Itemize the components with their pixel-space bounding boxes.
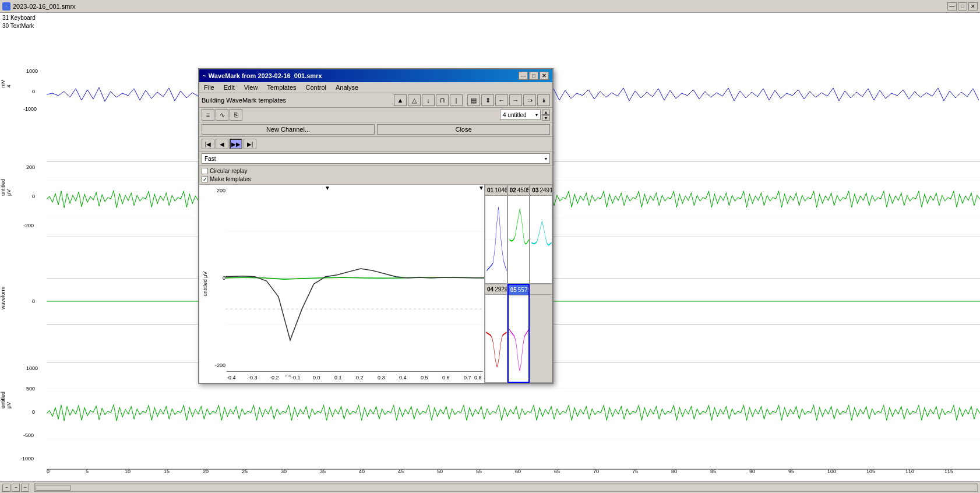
waveform-yaxis-label: untitled μV [202,272,208,297]
new-channel-button[interactable]: New Channel... [202,124,375,135]
template-canvas-04 [485,295,507,382]
template-grid: 01 10462/10463 ⇒ ⬒ 📋 [485,185,552,383]
template-cell-02: 02 4505/4505 ⇒ ⬒ 📋 [507,185,530,284]
scroll-icon-1: ~ [2,484,10,492]
play-back[interactable]: ◀ [216,139,228,149]
toolbar-btn-copy[interactable]: ⎘ [230,109,242,121]
play-play[interactable]: ▶▶ [230,139,242,149]
main-area: 31 Keyboard 30 TextMark 1000 0 -1000 mV … [0,13,980,493]
waveform-canvas [225,185,484,371]
toolbar-btn-down[interactable]: ↓ [422,94,435,106]
time-labels: 0 5 10 15 20 25 30 35 40 45 50 55 60 65 … [47,469,980,480]
toolbar-btn-left[interactable]: ← [495,94,508,106]
menu-control[interactable]: Control [301,83,331,91]
template-canvas-01 [485,196,507,283]
svg-text:-0.4: -0.4 [227,375,236,381]
menu-templates[interactable]: Templates [262,83,301,91]
circular-replay-row: Circular replay [202,168,550,174]
toolbar-btn-up2[interactable]: △ [408,94,421,106]
menu-analyse[interactable]: Analyse [331,83,363,91]
dialog-close[interactable]: ✕ [540,72,549,80]
top-labels: 31 Keyboard 30 TextMark [0,13,38,31]
close-dialog-button[interactable]: Close [377,124,550,135]
speed-dropdown[interactable]: Fast ▾ [202,153,550,164]
app-icon: ~ [2,2,10,10]
toolbar-label: Building WaveMark templates [202,97,393,104]
dialog-maximize[interactable]: □ [529,72,538,80]
dialog-menubar: File Edit View Templates Control Analyse [199,82,552,93]
dialog-icon: ~ [203,73,206,79]
main-title: 2023-02-16_001.smrx [13,3,947,10]
waveform-xaxis: -0.4 -0.3 -0.2 -0.1 0.0 0.1 0.2 0.3 0.4 … [225,371,484,383]
circular-replay-checkbox[interactable] [202,168,208,174]
toolbar-btn-last[interactable]: ↡ [537,94,550,106]
toolbar-btn-lines[interactable]: ≡ [202,109,214,121]
svg-text:-0.2: -0.2 [270,375,279,381]
scroll-area: ~ ~ ↔ [0,481,980,493]
titlebar-controls: — □ ✕ [947,2,978,10]
svg-text:0.8: 0.8 [474,375,482,381]
menu-view[interactable]: View [239,83,263,91]
svg-text:0.0: 0.0 [313,375,320,381]
toolbar-btn-grid[interactable]: ▤ [467,94,480,106]
template-header-04: 04 2929/2929 ⇒ ⬒ 📋 [485,284,507,295]
dropdown-spinner[interactable]: ▲ ▼ [542,110,550,121]
template-canvas-05 [509,295,529,382]
maximize-btn[interactable]: □ [958,2,967,10]
waveform-dropdown-arrow: ▼ [325,185,330,191]
svg-text:0.5: 0.5 [421,375,428,381]
template-header-03: 03 2491/2491 ⇒ ⬒ 📋 [530,185,552,196]
dialog-minimize[interactable]: — [519,72,528,80]
menu-file[interactable]: File [199,83,219,91]
dropdown-arrow: ▾ [535,112,538,118]
wavemark-dialog: ~ WaveMark from 2023-02-16_001.smrx — □ … [198,68,554,384]
svg-text:0.6: 0.6 [442,375,450,381]
template-header-05: 05 5579/5579 ⇒ ⬒ 📋 [509,285,529,295]
waveform-right-arrow: ▼ [478,185,484,191]
scroll-icon-3: ↔ [21,484,29,492]
make-templates-checkbox[interactable] [202,176,208,182]
menu-edit[interactable]: Edit [219,83,239,91]
svg-text:ms: ms [285,373,291,378]
waveform-panel: 200 0 -200 untitled μV [199,185,485,383]
label-textmark: 30 TextMark [2,22,36,30]
toolbar-btn-arrows[interactable]: ⇕ [481,94,494,106]
template-canvas-03 [530,196,552,283]
toolbar-btn-wv[interactable]: ∿ [216,109,228,121]
dialog-titlebar: ~ WaveMark from 2023-02-16_001.smrx — □ … [199,69,552,82]
template-cell-04: 04 2929/2929 ⇒ ⬒ 📋 [485,284,507,383]
svg-text:-0.3: -0.3 [248,375,258,381]
toolbar-btn-cursor[interactable]: | [450,94,463,106]
channel-dropdown[interactable]: 4 untitled ▾ [500,110,541,120]
main-titlebar: ~ 2023-02-16_001.smrx — □ ✕ [0,0,980,13]
template-header-01: 01 10462/10463 ⇒ ⬒ 📋 [485,185,507,196]
template-cell-06 [530,284,552,383]
toolbar-btn-up[interactable]: ▲ [394,94,407,106]
close-btn-main[interactable]: ✕ [968,2,978,10]
play-fast-fwd[interactable]: ▶| [244,139,256,149]
horizontal-scrollbar[interactable] [34,484,978,492]
dialog-title: WaveMark from 2023-02-16_001.smrx [209,72,519,79]
dialog-toolbar-2: ≡ ∿ ⎘ 4 untitled ▾ ▲ ▼ [199,108,552,122]
dialog-titlebar-controls: — □ ✕ [519,72,549,80]
speed-row: Fast ▾ [199,152,552,166]
template-cell-03: 03 2491/2491 ⇒ ⬒ 📋 [530,185,552,284]
svg-text:0.7: 0.7 [464,375,471,381]
svg-text:0.2: 0.2 [356,375,364,381]
dialog-toolbar: Building WaveMark templates ▲ △ ↓ ⊓ | ▤ … [199,93,552,108]
svg-text:0.3: 0.3 [378,375,385,381]
toolbar-btn-wave[interactable]: ⊓ [436,94,449,106]
label-keyboard: 31 Keyboard [2,14,36,22]
template-canvas-06 [530,295,552,382]
circular-replay-label: Circular replay [210,168,247,174]
toolbar-btn-right[interactable]: → [509,94,522,106]
play-rewind[interactable]: |◀ [202,139,214,149]
minimize-btn[interactable]: — [947,2,957,10]
svg-text:-0.1: -0.1 [291,375,301,381]
template-canvas-02 [508,196,530,283]
template-cell-05: 05 5579/5579 ⇒ ⬒ 📋 [507,284,530,383]
toolbar-btn-right2[interactable]: ⇒ [523,94,536,106]
playback-controls: |◀ ◀ ▶▶ ▶| [199,137,552,152]
make-templates-row: Make templates [202,176,550,182]
template-header-02: 02 4505/4505 ⇒ ⬒ 📋 [508,185,530,196]
